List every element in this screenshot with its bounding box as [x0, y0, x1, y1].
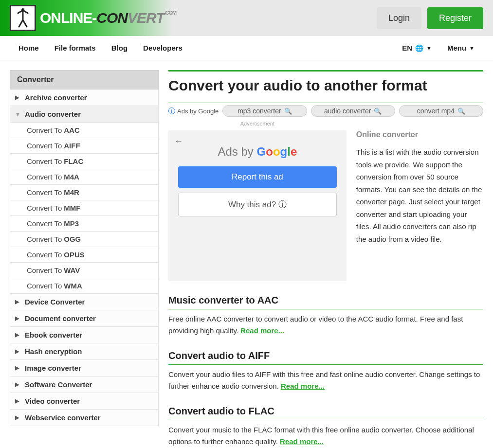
sidebar-item-ebook[interactable]: ▶Ebook converter	[10, 327, 159, 343]
main-content: Convert your audio to another format iAd…	[168, 70, 483, 448]
converter-section: Convert audio to FLACConvert your music …	[168, 406, 483, 448]
sidebar-sub-convert-wma[interactable]: Convert To WMA	[10, 278, 159, 294]
ad-chip-audio[interactable]: audio converter🔍	[311, 105, 395, 117]
description-text: This is a list with the audio conversion…	[356, 146, 483, 245]
register-button[interactable]: Register	[427, 7, 483, 29]
divider	[168, 70, 483, 72]
nav-bar: Home File formats Blog Developers EN🌐▼ M…	[0, 36, 493, 60]
login-button[interactable]: Login	[377, 7, 421, 29]
report-ad-button[interactable]: Report this ad	[178, 166, 337, 188]
nav-home[interactable]: Home	[18, 36, 39, 60]
sidebar-sub-convert-flac[interactable]: Convert To FLAC	[10, 154, 159, 169]
sidebar-item-webservice[interactable]: ▶Webservice converter	[10, 410, 159, 426]
info-icon: i	[168, 108, 175, 114]
advertisement-caption: Advertisement	[168, 121, 347, 126]
read-more-link[interactable]: Read more...	[280, 437, 324, 446]
arrow-right-icon: ▶	[15, 299, 21, 305]
sidebar-item-device[interactable]: ▶Device Converter	[10, 294, 159, 310]
back-arrow-icon[interactable]: ←	[174, 136, 183, 146]
sidebar-sub-convert-m4a[interactable]: Convert To M4A	[10, 169, 159, 185]
arrow-right-icon: ▶	[15, 315, 21, 322]
arrow-right-icon: ▶	[15, 332, 21, 338]
sidebar-item-audio[interactable]: ▼Audio converter	[10, 106, 159, 123]
sidebar-sub-convert-m4r[interactable]: Convert To M4R	[10, 185, 159, 200]
ads-row: iAds by Google mp3 converter🔍 audio conv…	[168, 103, 483, 117]
nav-menu[interactable]: Menu▼	[447, 36, 475, 60]
sidebar-title: Converter	[10, 70, 159, 90]
arrow-right-icon: ▶	[15, 414, 21, 421]
sidebar-sub-convert-aac[interactable]: Convert To AAC	[10, 123, 159, 138]
section-desc: Convert your audio files to AIFF with th…	[168, 369, 483, 392]
ad-chip-mp3[interactable]: mp3 converter🔍	[222, 105, 307, 117]
section-title: Music converter to AAC	[168, 295, 483, 309]
sidebar-item-document[interactable]: ▶Document converter	[10, 310, 159, 327]
section-title: Convert audio to AIFF	[168, 350, 483, 365]
chevron-down-icon: ▼	[426, 45, 432, 51]
description-column: Online converter This is a list with the…	[356, 121, 483, 281]
sidebar-item-image[interactable]: ▶Image converter	[10, 360, 159, 376]
sidebar-item-video[interactable]: ▶Video converter	[10, 393, 159, 410]
nav-blog[interactable]: Blog	[111, 36, 128, 60]
sidebar-sub-convert-aiff[interactable]: Convert To AIFF	[10, 138, 159, 154]
top-header: ONLINE-CONVERT.COM Login Register	[0, 0, 493, 36]
read-more-link[interactable]: Read more...	[281, 382, 325, 390]
nav-file-formats[interactable]: File formats	[55, 36, 96, 60]
sidebar-sub-convert-wav[interactable]: Convert To WAV	[10, 263, 159, 278]
converter-section: Convert audio to AIFFConvert your audio …	[168, 350, 483, 392]
read-more-link[interactable]: Read more...	[240, 326, 284, 335]
spacer	[356, 121, 483, 126]
sidebar-item-software[interactable]: ▶Software Converter	[10, 376, 159, 393]
ads-title: Ads by Google	[178, 145, 337, 159]
search-icon: 🔍	[457, 108, 465, 115]
globe-icon: 🌐	[415, 44, 423, 52]
section-title: Convert audio to FLAC	[168, 406, 483, 420]
svg-point-0	[21, 8, 24, 11]
why-this-ad-button[interactable]: Why this ad? ⓘ	[178, 193, 337, 216]
logo-text: ONLINE-CONVERT.COM	[40, 10, 176, 26]
logo[interactable]: ONLINE-CONVERT.COM	[10, 5, 176, 31]
description-title: Online converter	[356, 130, 483, 139]
logo-icon	[10, 5, 36, 31]
page-title: Convert your audio to another format	[168, 77, 483, 94]
sidebar-sub-convert-opus[interactable]: Convert To OPUS	[10, 247, 159, 263]
nav-developers[interactable]: Developers	[143, 36, 183, 60]
sidebar-sub-convert-ogg[interactable]: Convert To OGG	[10, 232, 159, 247]
search-icon: 🔍	[284, 108, 292, 115]
converter-section: Music converter to AACFree online AAC co…	[168, 295, 483, 337]
arrow-down-icon: ▼	[15, 111, 21, 117]
auth-buttons: Login Register	[377, 7, 483, 29]
arrow-right-icon: ▶	[15, 94, 21, 101]
sidebar-item-archive[interactable]: ▶Archive converter	[10, 90, 159, 106]
arrow-right-icon: ▶	[15, 381, 21, 388]
ads-by-google-label: iAds by Google	[168, 108, 219, 115]
section-desc: Free online AAC converter to convert aud…	[168, 313, 483, 337]
nav-language[interactable]: EN🌐▼	[402, 36, 432, 60]
arrow-right-icon: ▶	[15, 348, 21, 355]
arrow-right-icon: ▶	[15, 398, 21, 404]
sidebar-item-hash[interactable]: ▶Hash encryption	[10, 343, 159, 360]
search-icon: 🔍	[374, 108, 382, 115]
section-desc: Convert your music to the FLAC format wi…	[168, 424, 483, 448]
arrow-right-icon: ▶	[15, 365, 21, 371]
ad-box: ← Ads by Google Report this ad Why this …	[168, 130, 347, 281]
chevron-down-icon: ▼	[469, 45, 475, 51]
sidebar-sub-convert-mp3[interactable]: Convert To MP3	[10, 216, 159, 232]
sidebar: Converter ▶Archive converter ▼Audio conv…	[10, 70, 159, 448]
sidebar-sub-convert-mmf[interactable]: Convert To MMF	[10, 200, 159, 216]
ad-chip-mp4[interactable]: convert mp4🔍	[399, 105, 483, 117]
